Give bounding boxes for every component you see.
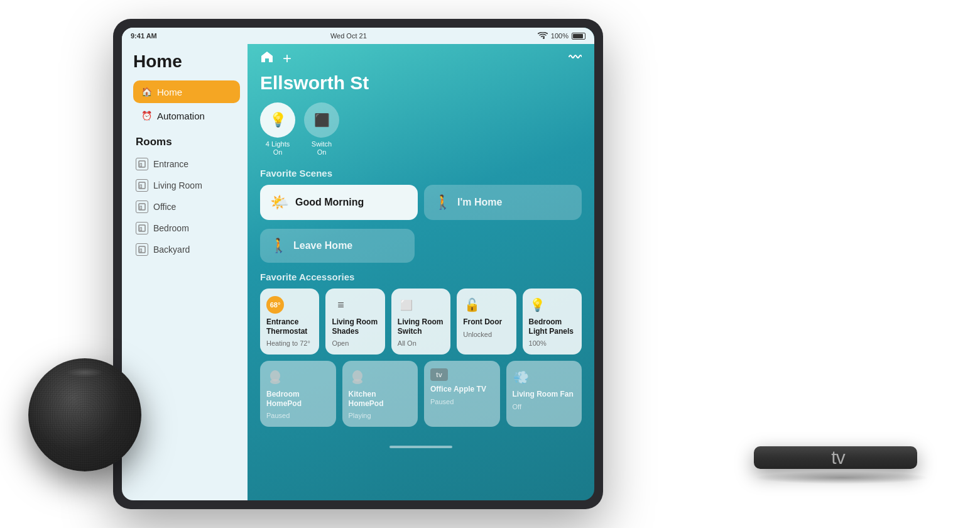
fan-name: Living Room Fan [513, 390, 576, 399]
room-label-living-room: Living Room [153, 180, 202, 190]
switch-acc-status: All On [398, 339, 444, 347]
ipad-screen: 9:41 AM Wed Oct 21 100% [122, 28, 594, 500]
status-right: 100% [538, 32, 585, 40]
scene-leave-home[interactable]: 🚶 Leave Home [260, 229, 415, 263]
favorite-scenes-title: Favorite Scenes [248, 168, 594, 185]
home-title: Ellsworth St [248, 72, 594, 102]
favorite-accessories-title: Favorite Accessories [248, 272, 594, 289]
home-header-icon[interactable] [260, 50, 274, 66]
sidebar-room-bedroom[interactable]: Bedroom [133, 217, 240, 239]
scene-good-morning[interactable]: 🌤️ Good Morning [260, 185, 418, 220]
sidebar-automation-label: Automation [157, 111, 205, 121]
lights-circle[interactable]: 💡 [260, 102, 295, 138]
status-bar: 9:41 AM Wed Oct 21 100% [122, 28, 594, 44]
light-panels-icon: 💡 [529, 296, 547, 314]
bedroom-homepod-icon [266, 368, 284, 386]
switch-circle[interactable]: ⬛ [304, 102, 339, 138]
appletv-acc-icon: tv [430, 368, 448, 381]
battery-percent: 100% [551, 32, 569, 40]
sidebar-room-living-room[interactable]: Living Room [133, 175, 240, 196]
office-appletv-status: Paused [430, 398, 494, 405]
switch-acc-icon: ⬜ [398, 296, 415, 314]
bedroom-homepod-status: Paused [266, 412, 330, 419]
room-icon-backyard [136, 243, 148, 256]
add-button[interactable]: + [283, 51, 291, 66]
homepod-mini-device [19, 358, 151, 490]
battery-icon [572, 33, 585, 40]
light-panels-status: 100% [529, 339, 575, 347]
svg-point-13 [352, 370, 362, 382]
header-left: + [260, 50, 291, 66]
homepod-body [28, 358, 141, 471]
svg-point-11 [270, 370, 280, 382]
room-label-entrance: Entrance [153, 159, 188, 169]
svg-rect-7 [140, 228, 142, 231]
sidebar-room-entrance[interactable]: Entrance [133, 153, 240, 175]
scenes-row-2: 🚶 Leave Home [248, 229, 594, 272]
im-home-label: I'm Home [457, 197, 502, 208]
main-header: + [248, 50, 594, 72]
appletv-shadow [754, 471, 930, 484]
room-icon-living-room [136, 179, 148, 192]
accessory-office-appletv[interactable]: tv Office Apple TV Paused [424, 361, 500, 427]
shades-name: Living Room Shades [332, 317, 378, 336]
appletv-body: tv [754, 446, 917, 469]
accessory-entrance-thermostat[interactable]: 68° Entrance Thermostat Heating to 72° [260, 289, 319, 355]
kitchen-homepod-status: Playing [349, 412, 412, 419]
fan-icon: 💨 [513, 368, 530, 386]
kitchen-homepod-name: Kitchen HomePod [349, 390, 412, 408]
office-appletv-name: Office Apple TV [430, 385, 494, 393]
accessories-row-1: 68° Entrance Thermostat Heating to 72° ≡… [248, 289, 594, 361]
accessories-row-2: Bedroom HomePod Paused Kitchen HomePod P [248, 361, 594, 439]
sidebar-room-backyard[interactable]: Backyard [133, 239, 240, 260]
sidebar-title: Home [133, 52, 240, 72]
quick-access: 💡 4 LightsOn ⬛ SwitchOn [248, 102, 594, 168]
svg-rect-1 [140, 163, 142, 167]
sidebar-room-office[interactable]: Office [133, 196, 240, 217]
accessory-front-door[interactable]: 🔓 Front Door Unlocked [457, 289, 516, 355]
accessory-living-room-fan[interactable]: 💨 Living Room Fan Off [506, 361, 582, 427]
home-indicator-bar [389, 446, 452, 448]
room-icon-bedroom [136, 222, 148, 234]
sidebar-home-label: Home [157, 87, 182, 97]
quick-item-switch[interactable]: ⬛ SwitchOn [304, 102, 339, 157]
accessory-living-room-shades[interactable]: ≡ Living Room Shades Open [325, 289, 384, 355]
thermostat-icon: 68° [266, 296, 284, 314]
accessory-bedroom-lights[interactable]: 💡 Bedroom Light Panels 100% [523, 289, 582, 355]
accessory-kitchen-homepod[interactable]: Kitchen HomePod Playing [342, 361, 418, 427]
main-content: + Ellsworth St 💡 [248, 28, 594, 500]
svg-rect-9 [140, 249, 142, 252]
siri-icon[interactable] [568, 51, 582, 65]
thermostat-status: Heating to 72° [266, 339, 313, 347]
bedroom-homepod-name: Bedroom HomePod [266, 390, 330, 408]
quick-item-lights[interactable]: 💡 4 LightsOn [260, 102, 295, 157]
status-time-date: 9:41 AM [131, 32, 157, 40]
switch-label: SwitchOn [312, 140, 332, 157]
sidebar-item-automation[interactable]: ⏰ Automation [133, 104, 240, 127]
leave-home-label: Leave Home [293, 240, 352, 251]
rooms-section-title: Rooms [136, 136, 240, 148]
automation-icon: ⏰ [141, 110, 152, 121]
light-panels-name: Bedroom Light Panels [529, 317, 575, 336]
room-icon-office [136, 201, 148, 213]
leave-home-icon: 🚶 [270, 238, 287, 254]
shades-status: Open [332, 339, 378, 347]
room-label-backyard: Backyard [153, 245, 190, 255]
switch-icon: ⬛ [314, 113, 330, 128]
door-icon: 🔓 [463, 296, 481, 314]
sidebar-item-home[interactable]: 🏠 Home [133, 80, 240, 103]
room-icon-entrance [136, 158, 148, 170]
kitchen-homepod-icon [349, 368, 366, 386]
room-label-bedroom: Bedroom [153, 223, 189, 233]
home-indicator [248, 439, 594, 454]
door-name: Front Door [463, 317, 509, 326]
thermostat-name: Entrance Thermostat [266, 317, 313, 336]
accessory-bedroom-homepod[interactable]: Bedroom HomePod Paused [260, 361, 336, 427]
fan-status: Off [513, 403, 576, 410]
accessory-living-room-switch[interactable]: ⬜ Living Room Switch All On [391, 289, 450, 355]
lights-label: 4 LightsOn [266, 140, 290, 157]
scene-im-home[interactable]: 🚶 I'm Home [424, 185, 582, 220]
scenes-row-1: 🌤️ Good Morning 🚶 I'm Home [248, 185, 594, 229]
home-icon: 🏠 [141, 86, 152, 97]
switch-acc-name: Living Room Switch [398, 317, 444, 336]
